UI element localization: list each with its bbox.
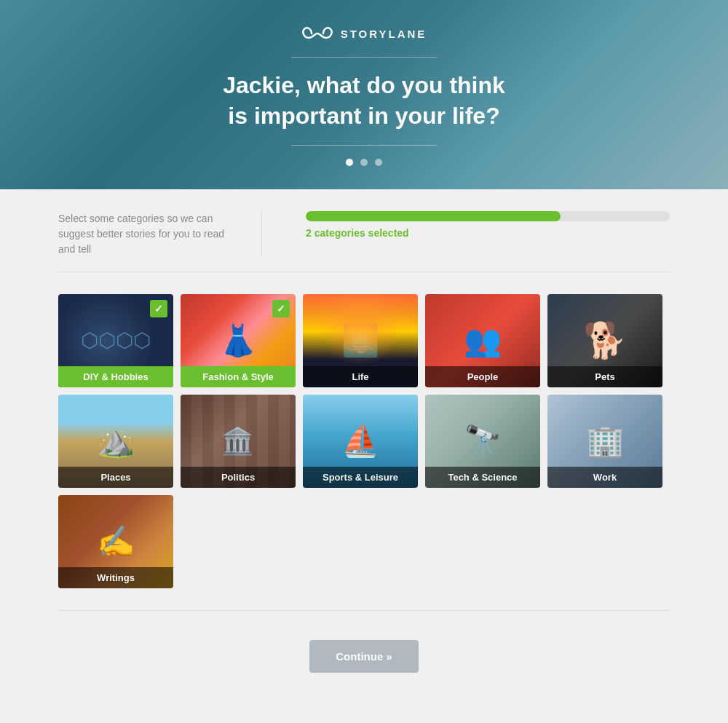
continue-button[interactable]: Continue »	[309, 640, 419, 673]
logo-area: STORYLANE	[301, 23, 427, 44]
category-sports-label: Sports & Leisure	[303, 467, 418, 488]
logo-text: STORYLANE	[341, 28, 427, 40]
category-places-label: Places	[58, 467, 173, 488]
category-life-label: Life	[303, 366, 418, 387]
category-pets-label: Pets	[547, 366, 662, 387]
category-people[interactable]: 👥 ✓ People	[425, 294, 540, 387]
selected-label: categories selected	[314, 227, 409, 239]
category-writings[interactable]: ✍️ ✓ Writings	[58, 495, 173, 588]
progress-bar-fill	[306, 211, 561, 221]
checkmark-diy: ✓	[150, 300, 167, 317]
selected-count: 2	[306, 227, 312, 239]
continue-area: Continue »	[58, 610, 670, 673]
header-divider-top	[291, 57, 437, 58]
category-sports[interactable]: ⛵ ✓ Sports & Leisure	[303, 395, 418, 488]
progress-description: Select some categories so we can suggest…	[58, 211, 262, 257]
categories-grid: ⬡⬡⬡⬡ ✓ DIY & Hobbies 👗 ✓ Fashion & Style…	[58, 294, 670, 588]
main-content: Select some categories so we can suggest…	[0, 189, 728, 709]
dot-2[interactable]	[360, 159, 368, 166]
dot-1[interactable]	[346, 159, 353, 166]
page-header: STORYLANE Jackie, what do you think is i…	[0, 0, 728, 189]
progress-bar-container	[306, 211, 670, 221]
category-tech-label: Tech & Science	[425, 467, 540, 488]
logo-icon	[301, 23, 333, 44]
category-life[interactable]: 🌅 ✓ Life	[303, 294, 418, 387]
category-writings-label: Writings	[58, 567, 173, 588]
header-divider-bottom	[291, 145, 437, 146]
progress-area: Select some categories so we can suggest…	[58, 211, 670, 272]
category-politics[interactable]: 🏛️ ✓ Politics	[181, 395, 296, 488]
category-politics-label: Politics	[181, 467, 296, 488]
progress-right: 2 categories selected	[306, 211, 670, 239]
category-fashion-label: Fashion & Style	[181, 366, 296, 387]
progress-label: 2 categories selected	[306, 227, 670, 239]
category-diy[interactable]: ⬡⬡⬡⬡ ✓ DIY & Hobbies	[58, 294, 173, 387]
checkmark-fashion: ✓	[272, 300, 290, 317]
category-work-label: Work	[547, 467, 662, 488]
category-diy-label: DIY & Hobbies	[58, 366, 173, 387]
pagination-dots	[346, 159, 382, 166]
category-work[interactable]: 🏢 ✓ Work	[547, 395, 662, 488]
category-pets[interactable]: 🐕 ✓ Pets	[547, 294, 662, 387]
dot-3[interactable]	[375, 159, 382, 166]
category-tech[interactable]: 🔭 ✓ Tech & Science	[425, 395, 540, 488]
category-fashion[interactable]: 👗 ✓ Fashion & Style	[181, 294, 296, 387]
category-places[interactable]: ⛰️ ✓ Places	[58, 395, 173, 488]
category-people-label: People	[425, 366, 540, 387]
header-title: Jackie, what do you think is important i…	[223, 71, 505, 131]
